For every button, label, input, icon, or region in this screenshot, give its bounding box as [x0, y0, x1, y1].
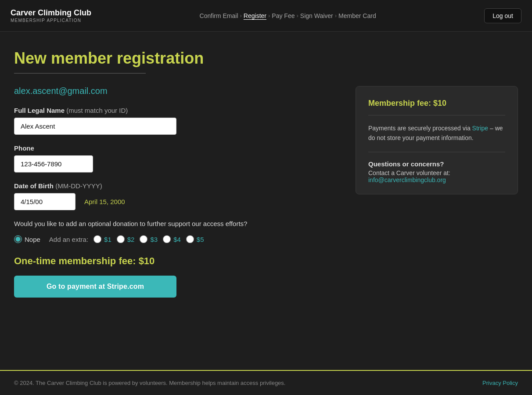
- logout-button[interactable]: Log out: [484, 8, 521, 23]
- sidebar-card: Membership fee: $10 Payments are securel…: [356, 86, 518, 194]
- full-name-input[interactable]: [14, 118, 176, 135]
- phone-field-group: Phone: [14, 144, 341, 172]
- brand-title: Carver Climbing Club: [11, 8, 91, 18]
- donation-5-label: $5: [197, 236, 204, 243]
- full-name-hint: (must match your ID): [66, 107, 128, 114]
- nav-steps: Confirm Email › Register › Pay Fee › Sig…: [200, 12, 376, 19]
- sidebar-fee: Membership fee: $10: [368, 99, 505, 108]
- nav-chevron-1: ›: [240, 12, 242, 19]
- nav-step-register[interactable]: Register: [244, 12, 266, 19]
- donation-4-label: $4: [173, 236, 181, 243]
- brand-subtitle: MEMBERSHIP APPLICATION: [11, 18, 91, 23]
- nav-chevron-2: ›: [268, 12, 270, 19]
- nav-chevron-3: ›: [296, 12, 298, 19]
- dob-input[interactable]: [14, 193, 75, 210]
- dob-label: Date of Birth (MM-DD-YYYY): [14, 182, 341, 190]
- contact-email-link[interactable]: info@carverclimbingclub.org: [368, 176, 446, 183]
- phone-label: Phone: [14, 144, 341, 152]
- donation-2[interactable]: $2: [117, 235, 135, 243]
- brand: Carver Climbing Club MEMBERSHIP APPLICAT…: [11, 8, 91, 23]
- add-extra-label: Add an extra:: [49, 236, 88, 243]
- donation-1-label: $1: [104, 236, 111, 243]
- sidebar-contact: Contact a Carver volunteer at: info@carv…: [368, 169, 505, 183]
- dob-hint: (MM-DD-YYYY): [55, 182, 102, 190]
- stripe-link[interactable]: Stripe: [472, 125, 489, 132]
- donation-5-radio[interactable]: [186, 235, 194, 243]
- sidebar-payment-text: Payments are securely processed via Stri…: [368, 123, 505, 143]
- donation-options: Nope Add an extra: $1 $2 $3 $4: [14, 235, 341, 243]
- footer-copyright: © 2024. The Carver Climbing Club is powe…: [14, 380, 285, 386]
- nav-step-pay-fee[interactable]: Pay Fee: [272, 12, 295, 19]
- sidebar-questions-title: Questions or concerns?: [368, 160, 505, 168]
- page-title: New member registration: [14, 49, 518, 68]
- footer: © 2024. The Carver Climbing Club is powe…: [0, 370, 532, 395]
- sidebar-column: Membership fee: $10 Payments are securel…: [356, 86, 518, 194]
- phone-input[interactable]: [14, 155, 93, 172]
- dob-field-group: Date of Birth (MM-DD-YYYY) April 15, 200…: [14, 182, 341, 210]
- form-column: alex.ascent@gmail.com Full Legal Name (m…: [14, 86, 341, 298]
- donation-nope-radio[interactable]: [14, 235, 22, 243]
- content-row: alex.ascent@gmail.com Full Legal Name (m…: [14, 86, 518, 298]
- dob-parsed: April 15, 2000: [84, 198, 125, 205]
- nav-step-member-card[interactable]: Member Card: [338, 12, 376, 19]
- stripe-payment-button[interactable]: Go to payment at Stripe.com: [14, 276, 176, 298]
- donation-2-label: $2: [127, 236, 135, 243]
- header: Carver Climbing Club MEMBERSHIP APPLICAT…: [0, 0, 532, 32]
- main-content: New member registration alex.ascent@gmai…: [0, 32, 532, 324]
- donation-nope[interactable]: Nope: [14, 235, 40, 243]
- nav-step-confirm-email[interactable]: Confirm Email: [200, 12, 238, 19]
- donation-nope-label: Nope: [25, 236, 40, 243]
- donation-1-radio[interactable]: [93, 235, 101, 243]
- sidebar-divider-2: [368, 152, 505, 152]
- title-divider: [14, 73, 146, 74]
- user-email: alex.ascent@gmail.com: [14, 86, 341, 96]
- donation-1[interactable]: $1: [93, 235, 111, 243]
- nav-chevron-4: ›: [335, 12, 337, 19]
- full-name-field-group: Full Legal Name (must match your ID): [14, 107, 341, 135]
- donation-3-radio[interactable]: [140, 235, 147, 243]
- full-name-label: Full Legal Name (must match your ID): [14, 107, 341, 114]
- fee-line: One-time membership fee: $10: [14, 255, 341, 267]
- donation-3[interactable]: $3: [140, 235, 158, 243]
- sidebar-divider-1: [368, 115, 505, 115]
- donation-question: Would you like to add an optional donati…: [14, 220, 341, 227]
- nav-step-sign-waiver[interactable]: Sign Waiver: [300, 12, 333, 19]
- donation-2-radio[interactable]: [117, 235, 125, 243]
- donation-5[interactable]: $5: [186, 235, 204, 243]
- donation-4[interactable]: $4: [163, 235, 181, 243]
- privacy-policy-link[interactable]: Privacy Policy: [482, 380, 518, 386]
- donation-4-radio[interactable]: [163, 235, 171, 243]
- dob-row: April 15, 2000: [14, 193, 341, 210]
- donation-3-label: $3: [150, 236, 158, 243]
